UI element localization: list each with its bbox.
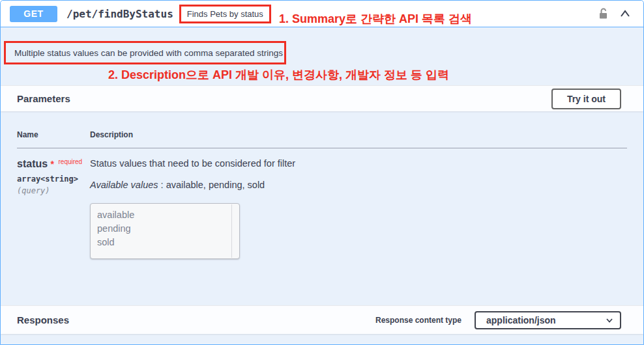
parameter-row-status: status * required array<string> (query) … — [17, 148, 627, 259]
status-multiselect-listbox[interactable]: available pending sold — [90, 203, 240, 259]
available-values-label: Available values — [90, 180, 158, 190]
responses-body — [1, 334, 643, 345]
unlocked-padlock-icon — [596, 12, 609, 22]
description-section: Multiple status values can be provided w… — [1, 27, 643, 85]
endpoint-description-text: Multiple status values can be provided w… — [14, 48, 283, 58]
auth-lock-button[interactable] — [595, 6, 611, 21]
parameters-table-header: Name Description — [17, 130, 627, 148]
required-star: * — [51, 159, 54, 169]
parameters-table: Name Description status * required array… — [1, 111, 643, 305]
endpoint-summary-highlight-box: Finds Pets by status — [179, 5, 271, 23]
column-header-name: Name — [17, 130, 90, 139]
listbox-option-pending[interactable]: pending — [97, 222, 239, 236]
collapse-button[interactable] — [617, 6, 633, 21]
try-it-out-button[interactable]: Try it out — [551, 89, 621, 109]
column-header-description: Description — [90, 130, 133, 139]
endpoint-path[interactable]: /pet/findByStatus — [66, 8, 173, 20]
parameter-description-cell: Status values that need to be considered… — [90, 158, 627, 259]
listbox-option-available[interactable]: available — [97, 208, 239, 222]
available-values-line: Available values : available, pending, s… — [90, 180, 627, 190]
chevron-up-icon — [619, 12, 632, 22]
available-values-separator: : — [158, 180, 166, 190]
parameter-name-cell: status * required array<string> (query) — [17, 158, 90, 259]
parameter-type: array<string> — [17, 174, 90, 184]
responses-title: Responses — [17, 314, 69, 325]
responses-header: Responses Response content type applicat… — [1, 305, 643, 334]
available-values-list: available, pending, sold — [166, 180, 265, 190]
parameter-description: Status values that need to be considered… — [90, 158, 627, 169]
http-method-badge[interactable]: GET — [10, 6, 57, 22]
listbox-option-sold[interactable]: sold — [97, 236, 239, 249]
parameter-location: (query) — [17, 186, 90, 195]
required-label: required — [57, 158, 82, 165]
opblock-get-findbystatus: GET /pet/findByStatus Finds Pets by stat… — [0, 0, 644, 345]
parameter-name: status — [17, 158, 48, 169]
parameters-title: Parameters — [17, 93, 70, 104]
annotation-description-note: 2. Description으로 API 개발 이유, 변경사항, 개발자 정보… — [108, 67, 449, 83]
annotation-summary-note: 1. Summary로 간략한 API 목록 검색 — [279, 11, 472, 27]
response-content-type-select[interactable]: application/json — [475, 311, 621, 329]
parameters-header: Parameters Try it out — [1, 85, 643, 111]
response-content-type-wrap: application/json — [475, 311, 621, 329]
response-content-type-group: Response content type application/json — [375, 311, 621, 329]
endpoint-summary-text: Finds Pets by status — [187, 9, 263, 19]
endpoint-description-highlight-box: Multiple status values can be provided w… — [4, 41, 286, 64]
response-content-type-label: Response content type — [375, 316, 461, 325]
